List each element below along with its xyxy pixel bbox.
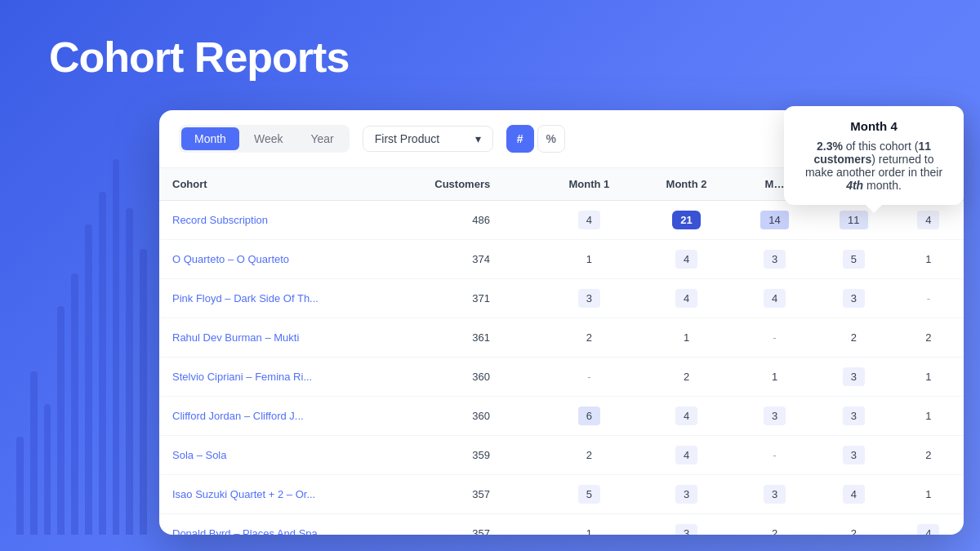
cell-month: 1 [893,240,964,279]
cell-cohort[interactable]: Donald Byrd – Places And Spa... [159,514,421,535]
display-mode-icons: # % [506,125,565,153]
cell-month: 3 [735,475,814,514]
cell-month: 3 [735,240,814,279]
tooltip-unit: customers [813,153,871,166]
table-row: Donald Byrd – Places And Spa...35713224 [159,514,964,535]
cell-month: 4 [541,201,638,240]
cell-month: 1 [638,318,735,358]
tooltip-body: 2.3% of this cohort (11 customers) retur… [800,140,947,192]
cell-month: 2 [541,318,638,358]
tooltip-end: month. [863,179,902,192]
table-row: Record Subscription48642114114 [159,201,964,240]
cell-customers: 360 [421,358,541,397]
cell-month: 3 [814,397,893,436]
cell-month: 6 [541,397,638,436]
cell-cohort[interactable]: Stelvio Cipriani – Femina Ri... [159,358,421,397]
cell-cohort[interactable]: Pink Floyd – Dark Side Of Th... [159,279,421,318]
cell-month: 2 [893,436,964,475]
cell-cohort[interactable]: Clifford Jordan – Clifford J... [159,397,421,436]
cell-customers: 360 [421,397,541,436]
cell-month: 2 [735,514,814,535]
cell-month: 4 [893,201,964,240]
cell-month: 4 [638,436,735,475]
cell-month: 2 [814,318,893,358]
col-header-month2: Month 2 [638,168,735,201]
chevron-down-icon: ▾ [475,132,481,145]
cell-cohort[interactable]: Rahul Dev Burman – Mukti [159,318,421,358]
cell-month: 2 [814,514,893,535]
tooltip-title: Month 4 [800,119,947,133]
cell-month: 4 [638,240,735,279]
page-title: Cohort Reports [49,33,349,82]
table-row: Pink Floyd – Dark Side Of Th...3713443- [159,279,964,318]
table-row: O Quarteto – O Quarteto37414351 [159,240,964,279]
cell-month: 4 [735,279,814,318]
cohort-table-wrapper: Cohort Customers Month 1 Month 2 M… 5 Re… [159,168,964,535]
cell-cohort[interactable]: Isao Suzuki Quartet + 2 – Or... [159,475,421,514]
cell-customers: 359 [421,436,541,475]
cell-month: 4 [814,475,893,514]
cell-customers: 357 [421,514,541,535]
product-dropdown[interactable]: First Product ▾ [363,126,493,152]
tooltip-percent: 2.3% [817,140,843,153]
cell-month: 1 [893,358,964,397]
table-body: Record Subscription48642114114O Quarteto… [159,201,964,535]
cell-month: 21 [638,201,735,240]
cell-month: 1 [893,397,964,436]
tooltip-popup: Month 4 2.3% of this cohort (11 customer… [784,106,964,205]
cell-customers: 374 [421,240,541,279]
cell-month: 4 [638,397,735,436]
cell-month: 3 [814,358,893,397]
table-row: Clifford Jordan – Clifford J...36064331 [159,397,964,436]
cell-month: 3 [541,279,638,318]
dropdown-label: First Product [375,132,439,145]
col-header-customers: Customers [421,168,541,201]
cell-month: 1 [893,475,964,514]
tooltip-arrow [866,205,882,213]
cell-month: - [893,279,964,318]
cell-month: 2 [638,358,735,397]
tooltip-count: 11 [918,140,931,153]
percent-icon-button[interactable]: % [537,125,565,153]
cell-month: 3 [814,279,893,318]
cell-month: 5 [814,240,893,279]
cell-customers: 357 [421,475,541,514]
table-row: Stelvio Cipriani – Femina Ri...360-2131 [159,358,964,397]
cell-month: 3 [638,475,735,514]
cell-month: 1 [541,514,638,535]
cell-cohort[interactable]: Record Subscription [159,201,421,240]
table-row: Rahul Dev Burman – Mukti36121-22 [159,318,964,358]
hash-icon-button[interactable]: # [506,125,534,153]
cohort-table: Cohort Customers Month 1 Month 2 M… 5 Re… [159,168,964,535]
cell-customers: 371 [421,279,541,318]
cell-cohort[interactable]: O Quarteto – O Quarteto [159,240,421,279]
tooltip-desc-prefix: of this cohort ( [846,140,919,153]
toggle-month[interactable]: Month [181,127,239,150]
cell-customers: 486 [421,201,541,240]
cell-customers: 361 [421,318,541,358]
toggle-year[interactable]: Year [297,127,346,150]
cell-month: 1 [541,240,638,279]
tooltip-month-label: 4th [846,179,863,192]
cell-month: 5 [541,475,638,514]
table-row: Sola – Sola35924-32 [159,436,964,475]
col-header-cohort: Cohort [159,168,421,201]
table-row: Isao Suzuki Quartet + 2 – Or...35753341 [159,475,964,514]
cell-month: - [541,358,638,397]
toggle-week[interactable]: Week [241,127,296,150]
cell-cohort[interactable]: Sola – Sola [159,436,421,475]
background-chart [0,143,163,551]
cell-month: 3 [735,397,814,436]
cell-month: 4 [893,514,964,535]
cell-month: 3 [814,436,893,475]
cell-month: 3 [638,514,735,535]
cell-month: 2 [541,436,638,475]
col-header-month1: Month 1 [541,168,638,201]
time-toggle-group: Month Week Year [179,125,350,153]
cell-month: - [735,436,814,475]
cell-month: 14 [735,201,814,240]
cell-month: 1 [735,358,814,397]
cell-month: - [735,318,814,358]
cell-month: 2 [893,318,964,358]
cell-month: 4 [638,279,735,318]
